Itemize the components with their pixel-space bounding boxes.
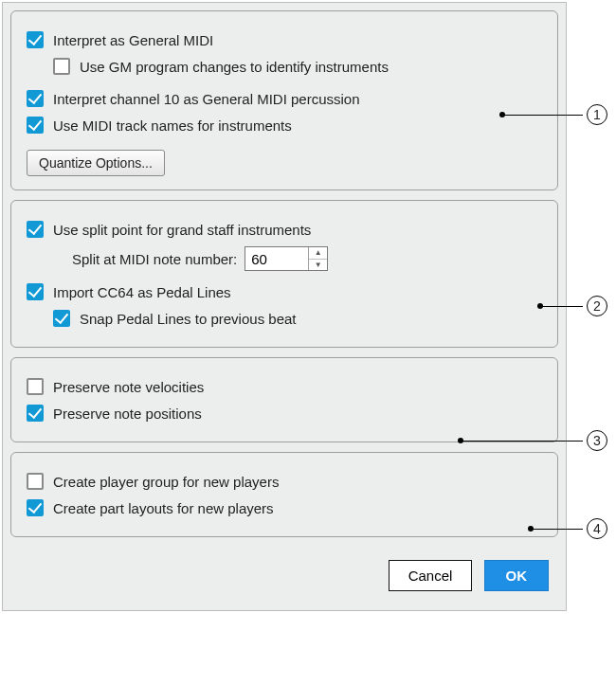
group-split-pedal: Use split point for grand staff instrume… xyxy=(10,200,558,348)
checkbox-snap-pedal[interactable] xyxy=(53,310,70,327)
checkbox-interpret-general-midi[interactable] xyxy=(27,31,44,48)
group-general-midi: Interpret as General MIDI Use GM program… xyxy=(10,10,558,190)
label-create-player-group: Create player group for new players xyxy=(53,474,279,490)
quantize-options-button[interactable]: Quantize Options... xyxy=(27,150,165,176)
spin-up-icon[interactable]: ▲ xyxy=(309,247,327,260)
checkbox-create-part-layouts[interactable] xyxy=(27,499,44,516)
label-use-midi-track-names: Use MIDI track names for instruments xyxy=(53,117,292,134)
label-split-at: Split at MIDI note number: xyxy=(72,251,237,267)
ok-button[interactable]: OK xyxy=(484,560,550,591)
group-players: Create player group for new players Crea… xyxy=(10,452,558,537)
label-import-cc64: Import CC64 as Pedal Lines xyxy=(53,284,231,300)
label-preserve-velocities: Preserve note velocities xyxy=(53,379,204,395)
cancel-button[interactable]: Cancel xyxy=(389,560,473,591)
checkbox-use-gm-program-changes[interactable] xyxy=(53,58,70,75)
spin-down-icon[interactable]: ▼ xyxy=(309,260,327,271)
label-interpret-general-midi: Interpret as General MIDI xyxy=(53,32,213,48)
label-use-split-point: Use split point for grand staff instrume… xyxy=(53,222,311,238)
dialog-footer: Cancel OK xyxy=(10,547,558,597)
checkbox-preserve-positions[interactable] xyxy=(27,405,44,422)
dialog-panel: Interpret as General MIDI Use GM program… xyxy=(2,2,567,611)
checkbox-preserve-velocities[interactable] xyxy=(27,378,44,395)
label-snap-pedal: Snap Pedal Lines to previous beat xyxy=(80,311,297,327)
label-preserve-positions: Preserve note positions xyxy=(53,406,202,422)
checkbox-create-player-group[interactable] xyxy=(27,473,44,490)
checkbox-import-cc64[interactable] xyxy=(27,283,44,300)
input-split-note[interactable] xyxy=(245,247,308,270)
label-use-gm-program-changes: Use GM program changes to identify instr… xyxy=(80,59,389,75)
group-preserve: Preserve note velocities Preserve note p… xyxy=(10,357,558,442)
label-interpret-channel-10: Interpret channel 10 as General MIDI per… xyxy=(53,91,360,107)
checkbox-use-midi-track-names[interactable] xyxy=(27,117,44,134)
checkbox-interpret-channel-10[interactable] xyxy=(27,90,44,107)
spinbox-split-note[interactable]: ▲ ▼ xyxy=(245,246,328,271)
label-create-part-layouts: Create part layouts for new players xyxy=(53,500,274,516)
checkbox-use-split-point[interactable] xyxy=(27,221,44,238)
